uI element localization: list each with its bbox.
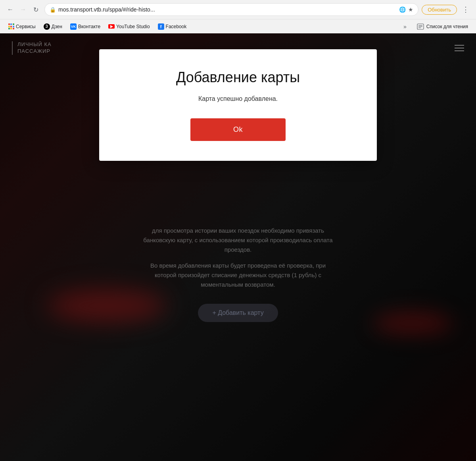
bookmark-vkontakte[interactable]: VK Вконтакте xyxy=(67,22,104,31)
bookmark-services[interactable]: Сервисы xyxy=(5,22,39,31)
modal-ok-button[interactable]: Ok xyxy=(190,118,286,141)
browser-actions: Обновить ⋮ xyxy=(422,4,471,15)
dzen-icon: З xyxy=(44,23,50,30)
modal-message: Карта успешно добавлена. xyxy=(123,95,353,102)
update-button[interactable]: Обновить xyxy=(422,5,457,15)
url-text: mos.transport.vtb.ru/sppa/#/ride-histo..… xyxy=(58,6,397,13)
bookmark-vkontakte-label: Вконтакте xyxy=(78,24,100,29)
translate-icon[interactable]: 🌐 xyxy=(399,6,406,13)
modal-overlay: Добавление карты Карта успешно добавлена… xyxy=(0,33,476,461)
youtube-icon xyxy=(108,23,115,30)
browser-menu-button[interactable]: ⋮ xyxy=(460,4,471,15)
vk-icon: VK xyxy=(70,23,77,30)
facebook-icon: f xyxy=(158,23,164,30)
bookmark-youtube-studio[interactable]: YouTube Studio xyxy=(105,22,153,31)
back-button[interactable]: ← xyxy=(5,4,16,15)
browser-toolbar: ← → ↻ 🔒 mos.transport.vtb.ru/sppa/#/ride… xyxy=(0,0,476,19)
bookmark-services-label: Сервисы xyxy=(16,24,36,29)
forward-button[interactable]: → xyxy=(17,4,29,15)
bookmark-dzen-label: Дзен xyxy=(52,24,62,29)
bookmark-dzen[interactable]: З Дзен xyxy=(40,22,65,31)
reading-list-label: Список для чтения xyxy=(426,24,468,29)
address-bar[interactable]: 🔒 mos.transport.vtb.ru/sppa/#/ride-histo… xyxy=(44,3,418,16)
reading-list-button[interactable]: Список для чтения xyxy=(414,22,471,31)
more-bookmarks-button[interactable]: » xyxy=(401,22,409,31)
bookmark-star-icon[interactable]: ★ xyxy=(408,6,413,13)
reading-list-icon xyxy=(417,23,424,30)
modal-title: Добавление карты xyxy=(123,69,353,86)
nav-buttons: ← → ↻ xyxy=(5,4,41,15)
page-background: ЛИЧНЫЙ КА ПАССАЖИР для просмотра истории… xyxy=(0,33,476,461)
services-icon xyxy=(8,23,14,30)
bookmark-facebook-label: Facebook xyxy=(166,24,187,29)
lock-icon: 🔒 xyxy=(50,7,56,13)
bookmark-facebook[interactable]: f Facebook xyxy=(155,22,190,31)
bookmarks-bar: Сервисы З Дзен VK Вконтакте YouTube Stud… xyxy=(0,19,476,33)
browser-chrome: ← → ↻ 🔒 mos.transport.vtb.ru/sppa/#/ride… xyxy=(0,0,476,33)
bookmark-youtube-label: YouTube Studio xyxy=(116,24,150,29)
modal-dialog: Добавление карты Карта успешно добавлена… xyxy=(99,49,377,161)
reload-button[interactable]: ↻ xyxy=(30,4,41,15)
